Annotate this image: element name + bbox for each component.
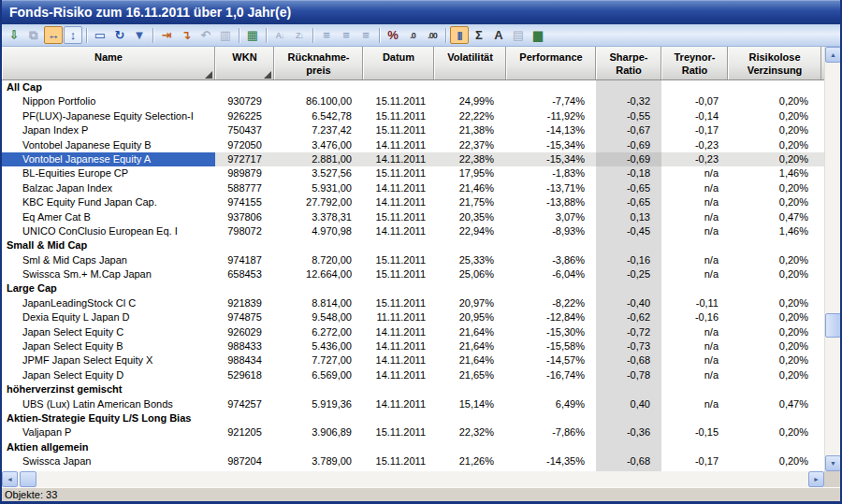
fit-rows-icon[interactable]: ↕ bbox=[64, 26, 82, 44]
cell-vol: 25,06% bbox=[434, 267, 506, 281]
cell-vol: 20,95% bbox=[434, 310, 506, 324]
remove-decimals-icon[interactable]: .00 bbox=[423, 26, 442, 44]
column-header-riskfree[interactable]: Risikolose Verzinsung bbox=[728, 47, 821, 79]
table-row[interactable]: Dexia Equity L Japan D9748759.548,0011.1… bbox=[2, 310, 840, 324]
table-row[interactable]: JPMF Japan Select Equity X9884347.727,00… bbox=[2, 353, 840, 367]
cell-wkn: 921839 bbox=[215, 296, 274, 310]
group-row[interactable]: Small & Mid Cap bbox=[2, 238, 840, 252]
font-icon[interactable]: A bbox=[489, 26, 508, 44]
cell-date: 15.11.2011 bbox=[363, 425, 434, 439]
horizontal-scroll-thumb[interactable] bbox=[20, 471, 36, 487]
group-row[interactable]: Aktien allgemein bbox=[2, 440, 840, 454]
sum-icon[interactable]: Σ bbox=[470, 26, 488, 44]
refresh-icon[interactable]: ↻ bbox=[110, 26, 129, 44]
column-header-vol[interactable]: Volatilität bbox=[434, 47, 506, 79]
table-row[interactable]: Japan Select Equity B9884335.436,0014.11… bbox=[2, 339, 840, 353]
align-left-icon[interactable]: ≡ bbox=[317, 26, 336, 44]
column-header-perf[interactable]: Performance bbox=[506, 47, 596, 79]
cell-sharpe: -0,16 bbox=[596, 253, 661, 267]
align-center-icon[interactable]: ≡ bbox=[337, 26, 356, 44]
table-row[interactable]: UBS (Lux) Latin American Bonds9742575.91… bbox=[2, 397, 840, 411]
select-columns-icon[interactable]: ▦ bbox=[243, 26, 262, 44]
percent-icon[interactable]: % bbox=[384, 26, 402, 44]
table-row[interactable]: Eq Amer Cat B9378063.378,3115.11.201120,… bbox=[2, 210, 840, 224]
cell-sharpe: -0,32 bbox=[596, 94, 661, 108]
cell-wkn: 974155 bbox=[215, 195, 274, 209]
cell-treynor: n/a bbox=[661, 166, 728, 180]
cell-perf: -11,92% bbox=[506, 109, 596, 123]
horizontal-scrollbar[interactable]: ◄ ► bbox=[2, 471, 824, 487]
fit-columns-icon[interactable]: ↔ bbox=[44, 26, 63, 44]
cell-riskfree: 0,20% bbox=[728, 138, 821, 152]
horizontal-scroll-track[interactable] bbox=[36, 471, 808, 487]
insert-column-icon[interactable]: ⇥ bbox=[157, 26, 176, 44]
cell-sharpe: -0,69 bbox=[596, 152, 661, 166]
cell-date: 14.11.2011 bbox=[363, 195, 434, 209]
vertical-scroll-thumb[interactable] bbox=[825, 313, 841, 338]
table-row[interactable]: Valjapan P9212053.906,8915.11.201122,32%… bbox=[2, 425, 840, 439]
cell-sharpe: -0,73 bbox=[596, 339, 661, 353]
cell-treynor: -0,14 bbox=[661, 109, 728, 123]
cell-vol: 21,26% bbox=[434, 454, 506, 468]
table-row[interactable]: Swissca Sm.+ M.Cap Japan65845312.664,001… bbox=[2, 267, 840, 281]
column-header-wkn[interactable]: WKN bbox=[215, 47, 274, 79]
cell-date: 14.11.2011 bbox=[363, 368, 434, 382]
cell-treynor: n/a bbox=[661, 195, 728, 209]
scroll-right-button[interactable]: ► bbox=[808, 471, 824, 487]
table-row[interactable]: Japan Select Equity D5296186.569,0014.11… bbox=[2, 368, 840, 382]
toolbar-separator bbox=[266, 28, 267, 43]
table-row[interactable]: JapanLeadingStock Cl C9218398.814,0015.1… bbox=[2, 296, 840, 310]
cell-wkn: 930729 bbox=[215, 94, 274, 108]
table-row-selected[interactable]: Vontobel Japanese Equity A9727172.881,00… bbox=[2, 152, 840, 166]
cell-treynor: n/a bbox=[661, 397, 728, 411]
undo-icon: ↶ bbox=[196, 26, 215, 44]
cell-treynor: -0,11 bbox=[661, 296, 728, 310]
cell-sharpe: -0,65 bbox=[596, 195, 661, 209]
vertical-scrollbar[interactable]: ▲ ▼ bbox=[824, 47, 840, 471]
group-row[interactable]: Large Cap bbox=[2, 281, 840, 295]
highlight-column-icon[interactable]: ||| bbox=[450, 26, 469, 44]
table-row[interactable]: Nippon Portfolio93072986.100,0015.11.201… bbox=[2, 94, 840, 108]
add-decimals-icon[interactable]: .0 bbox=[403, 26, 422, 44]
table-row[interactable]: Vontobel Japanese Equity B9720503.476,00… bbox=[2, 138, 840, 152]
scroll-up-button[interactable]: ▲ bbox=[825, 47, 841, 63]
scroll-left-button[interactable]: ◄ bbox=[2, 471, 18, 487]
group-row[interactable]: All Cap bbox=[2, 80, 840, 94]
table-row[interactable]: Japan Select Equity C9260296.272,0014.11… bbox=[2, 325, 840, 339]
table-row[interactable]: UNICO ConClusio European Eq. I7980724.97… bbox=[2, 224, 840, 238]
table-row[interactable]: Japan Index P7504377.237,4215.11.201121,… bbox=[2, 123, 840, 137]
group-row[interactable]: höherverzinst gemischt bbox=[2, 382, 840, 396]
export-data-icon[interactable]: ⇩ bbox=[5, 26, 23, 44]
table-row[interactable]: Balzac Japan Index5887775.931,0014.11.20… bbox=[2, 181, 840, 195]
cell-riskfree: 0,20% bbox=[728, 94, 821, 108]
column-header-name[interactable]: Name bbox=[2, 47, 215, 79]
column-header-sharpe[interactable]: Sharpe- Ratio bbox=[596, 47, 661, 79]
table-row[interactable]: KBC Equity Fund Japan Cap.97415527.792,0… bbox=[2, 195, 840, 209]
cell-perf: -15,30% bbox=[506, 325, 596, 339]
cell-price: 3.527,56 bbox=[274, 166, 363, 180]
cell-name: JapanLeadingStock Cl C bbox=[2, 296, 215, 310]
cell-wkn: 974257 bbox=[215, 397, 274, 411]
titlebar: Fonds-Risiko zum 16.11.2011 über 1,0 Jah… bbox=[2, 0, 840, 24]
scroll-down-button[interactable]: ▼ bbox=[825, 455, 841, 471]
align-right-icon[interactable]: ≡ bbox=[356, 26, 375, 44]
table-row[interactable]: Swissca Japan9872043.789,0015.11.201121,… bbox=[2, 454, 840, 468]
table-row[interactable]: Sml & Mid Caps Japan9741878.720,0015.11.… bbox=[2, 253, 840, 267]
column-header-date[interactable]: Datum bbox=[363, 47, 434, 79]
chart-icon[interactable]: ▆ bbox=[529, 26, 547, 44]
group-row[interactable]: Aktien-Strategie Equity L/S Long Bias bbox=[2, 411, 840, 425]
cell-treynor: n/a bbox=[661, 224, 728, 238]
cell-riskfree: 1,46% bbox=[728, 166, 821, 180]
table-body: All CapNippon Portfolio93072986.100,0015… bbox=[2, 80, 840, 471]
cell-perf: -14,13% bbox=[506, 123, 596, 137]
filter-icon[interactable]: ▼ bbox=[130, 26, 149, 44]
cell-sharpe: -0,40 bbox=[596, 296, 661, 310]
table-row[interactable]: BL-Equities Europe CP9898793.527,5615.11… bbox=[2, 166, 840, 180]
cell-riskfree: 0,20% bbox=[728, 339, 821, 353]
column-header-treynor[interactable]: Treynor- Ratio bbox=[661, 47, 728, 79]
table-row[interactable]: PF(LUX)-Japanese Equity Selection-I92622… bbox=[2, 109, 840, 123]
cell-treynor: -0,23 bbox=[661, 152, 728, 166]
column-header-price[interactable]: Rücknahme- preis bbox=[274, 47, 363, 79]
insert-row-icon[interactable]: ↴ bbox=[177, 26, 196, 44]
new-view-icon[interactable]: ▭ bbox=[91, 26, 109, 44]
